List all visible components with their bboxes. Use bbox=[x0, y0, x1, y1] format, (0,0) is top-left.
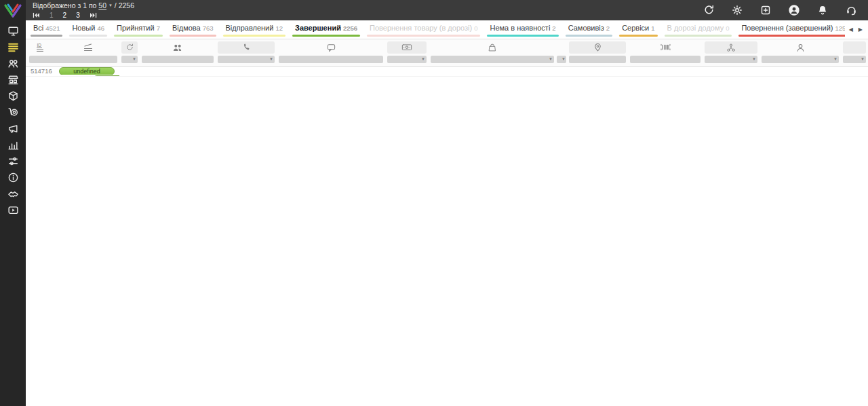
tab-count: 0 bbox=[726, 24, 729, 32]
column-marker-header[interactable] bbox=[556, 41, 567, 54]
column-country-header[interactable] bbox=[121, 41, 138, 54]
filter-products[interactable]: ▼ bbox=[431, 56, 554, 63]
sidebar-item-dropshipping[interactable] bbox=[5, 107, 20, 118]
support-button[interactable] bbox=[845, 4, 857, 16]
filter-address[interactable] bbox=[569, 56, 626, 63]
chart-icon bbox=[7, 139, 19, 151]
column-status-header[interactable] bbox=[57, 41, 119, 54]
manager-column-icon bbox=[795, 43, 806, 52]
column-manager-header[interactable] bbox=[760, 41, 841, 54]
chat-column-icon bbox=[326, 43, 336, 52]
page-2-button[interactable]: 2 bbox=[63, 11, 67, 20]
column-client-header[interactable] bbox=[140, 41, 216, 54]
tab-count: 763 bbox=[203, 24, 214, 32]
globe-refresh-icon bbox=[125, 43, 134, 52]
refresh-icon bbox=[703, 4, 715, 16]
tab-count: 2 bbox=[606, 24, 610, 32]
sidebar-item-tutorials[interactable] bbox=[5, 204, 20, 216]
tab-underline bbox=[292, 35, 360, 37]
handshake-icon bbox=[7, 188, 19, 200]
sidebar-item-clients[interactable] bbox=[5, 58, 20, 69]
last-page-button[interactable] bbox=[90, 12, 97, 18]
tab-label: Всі bbox=[33, 24, 43, 32]
tabs-scroll-left-arrow[interactable]: ◀ bbox=[849, 26, 853, 33]
tab-6[interactable]: Завершений2256 bbox=[289, 20, 363, 39]
sidebar-item-settings[interactable] bbox=[5, 155, 20, 167]
page-size-dropdown[interactable]: 50 bbox=[98, 1, 106, 10]
filter-client[interactable] bbox=[142, 56, 214, 63]
sidebar-item-dashboard[interactable] bbox=[5, 25, 20, 37]
filter-comment[interactable] bbox=[279, 56, 383, 63]
gear-icon bbox=[732, 5, 743, 16]
tab-underline bbox=[738, 35, 848, 37]
order-id: 514716 bbox=[26, 67, 57, 76]
sidebar-item-partners[interactable] bbox=[5, 188, 20, 200]
page-1-button[interactable]: 1 bbox=[50, 11, 54, 20]
filter-country[interactable]: ▼ bbox=[121, 56, 138, 63]
refresh-button[interactable] bbox=[703, 4, 715, 16]
settings-button[interactable] bbox=[731, 4, 743, 16]
tab-label: Відмова bbox=[172, 24, 201, 32]
filter-id-status[interactable] bbox=[29, 56, 117, 63]
tab-11[interactable]: В дорозі додому0 bbox=[661, 20, 736, 39]
order-row-514599[interactable]: 514599undefined514598undefined514596unde… bbox=[60, 75, 114, 76]
filter-payment[interactable]: ▼ bbox=[387, 56, 427, 63]
sidebar-item-market[interactable] bbox=[5, 74, 20, 86]
column-id-header[interactable]: ID bbox=[26, 41, 57, 54]
tab-8[interactable]: Нема в наявності2 bbox=[484, 20, 561, 39]
column-ttn-header[interactable] bbox=[628, 41, 703, 54]
filter-phone[interactable]: ▼ bbox=[218, 56, 275, 63]
column-payment-header[interactable] bbox=[387, 41, 427, 54]
column-date-header[interactable] bbox=[843, 41, 866, 54]
tab-9[interactable]: Самовивіз2 bbox=[562, 20, 616, 39]
chevron-down-icon: ▼ bbox=[561, 57, 566, 61]
user-avatar-icon bbox=[788, 4, 800, 16]
tab-5[interactable]: Відправлений12 bbox=[220, 20, 289, 39]
tab-2[interactable]: Новый46 bbox=[66, 20, 111, 39]
chevron-down-icon: ▼ bbox=[833, 57, 837, 61]
cart-icon bbox=[7, 107, 19, 118]
tab-10[interactable]: Сервіси1 bbox=[616, 20, 660, 39]
tab-1[interactable]: Всі4521 bbox=[27, 20, 66, 39]
tab-3[interactable]: Прийнятий7 bbox=[111, 20, 166, 39]
order-row-514716[interactable]: 514716undefined514599undefined514598unde… bbox=[26, 67, 868, 77]
column-type-header[interactable] bbox=[705, 41, 757, 54]
tabs-scroll-right-arrow[interactable]: ▶ bbox=[859, 26, 863, 33]
sidebar-item-info[interactable] bbox=[5, 172, 20, 183]
page-3-button[interactable]: 3 bbox=[76, 11, 80, 20]
megaphone-icon bbox=[7, 123, 19, 134]
tab-7[interactable]: Повернення товару (в дорозі)0 bbox=[363, 20, 484, 39]
column-phone-header[interactable] bbox=[218, 41, 275, 54]
column-address-header[interactable] bbox=[569, 41, 626, 54]
tab-underline bbox=[69, 35, 107, 37]
sidebar-item-statistics[interactable] bbox=[5, 139, 20, 151]
notifications-button[interactable] bbox=[816, 4, 829, 16]
tab-underline bbox=[619, 35, 657, 37]
column-products-header[interactable] bbox=[429, 41, 556, 54]
filter-marker[interactable]: ▼ bbox=[557, 56, 566, 63]
filter-type[interactable]: ▼ bbox=[705, 56, 757, 63]
orders-list-icon bbox=[7, 41, 19, 53]
tab-4[interactable]: Відмова763 bbox=[166, 20, 220, 39]
sidebar-item-orders[interactable] bbox=[5, 41, 20, 53]
sidebar-nav bbox=[0, 25, 26, 216]
table-header: ID bbox=[26, 39, 868, 54]
column-comment-header[interactable] bbox=[277, 41, 385, 54]
filter-manager[interactable]: ▼ bbox=[762, 56, 839, 63]
app-logo-icon[interactable] bbox=[3, 2, 23, 20]
tab-underline bbox=[114, 35, 163, 37]
chevron-down-icon: ▼ bbox=[108, 3, 113, 7]
sidebar-item-marketing[interactable] bbox=[5, 123, 20, 134]
filter-date[interactable]: ▼ bbox=[843, 56, 866, 63]
tab-scroll-arrows: ◀ ▶ bbox=[845, 20, 868, 39]
tab-12[interactable]: Повернення (завершений)125 bbox=[735, 20, 852, 39]
sidebar-item-products[interactable] bbox=[5, 90, 20, 102]
status-badge: undefined514599undefined514598undefined5… bbox=[59, 67, 115, 75]
first-page-button[interactable] bbox=[33, 12, 40, 18]
tab-count: 2 bbox=[552, 24, 555, 32]
add-order-button[interactable] bbox=[760, 4, 772, 16]
order-id: 514599 bbox=[60, 75, 91, 76]
profile-button[interactable] bbox=[788, 4, 800, 16]
tab-count: 7 bbox=[157, 24, 160, 32]
filter-ttn[interactable] bbox=[630, 56, 701, 63]
